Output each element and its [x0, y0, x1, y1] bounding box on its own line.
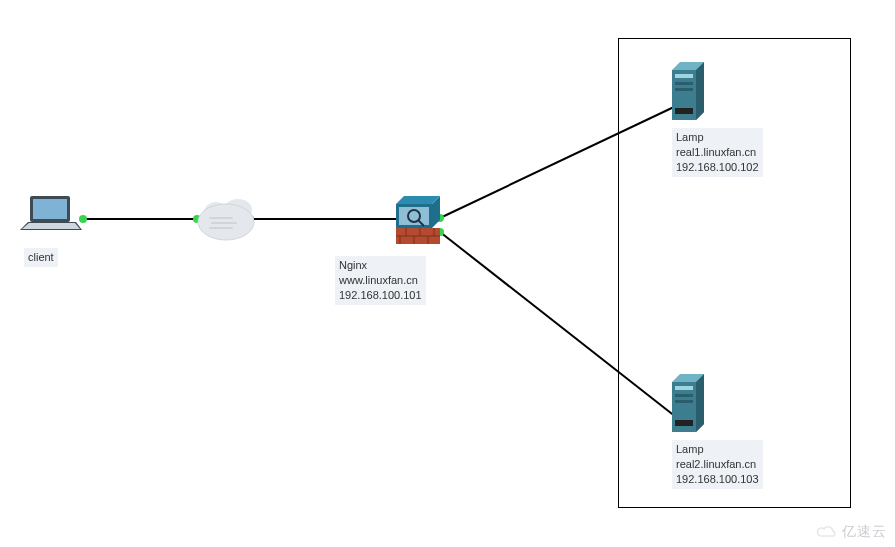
- svg-rect-34: [675, 420, 693, 426]
- link-nginx-lamp1: [440, 106, 676, 218]
- svg-marker-23: [696, 62, 704, 120]
- client-label: client: [24, 248, 58, 267]
- svg-marker-30: [696, 374, 704, 432]
- server-icon: [672, 62, 704, 120]
- lamp2-ip: 192.168.100.103: [676, 473, 759, 485]
- lamp1-ip: 192.168.100.102: [676, 161, 759, 173]
- svg-rect-31: [675, 386, 693, 390]
- firewall-icon: [396, 196, 440, 244]
- svg-rect-7: [33, 199, 67, 219]
- watermark-text: 亿速云: [842, 523, 887, 541]
- cloud-logo-icon: [816, 524, 838, 540]
- client-name: client: [28, 251, 54, 263]
- lamp2-name: Lamp: [676, 443, 704, 455]
- lamp1-hostname: real1.linuxfan.cn: [676, 146, 756, 158]
- lamp2-hostname: real2.linuxfan.cn: [676, 458, 756, 470]
- nginx-label: Nginx www.linuxfan.cn 192.168.100.101: [335, 256, 426, 305]
- svg-rect-25: [675, 82, 693, 85]
- lamp2-label: Lamp real2.linuxfan.cn 192.168.100.103: [672, 440, 763, 489]
- lamp1-name: Lamp: [676, 131, 704, 143]
- svg-rect-27: [675, 108, 693, 114]
- svg-rect-26: [675, 88, 693, 91]
- watermark: 亿速云: [816, 523, 887, 541]
- link-nginx-lamp2: [440, 232, 676, 417]
- nginx-ip: 192.168.100.101: [339, 289, 422, 301]
- svg-rect-33: [675, 400, 693, 403]
- lamp1-label: Lamp real1.linuxfan.cn 192.168.100.102: [672, 128, 763, 177]
- cloud-icon: [198, 199, 254, 240]
- laptop-icon: [20, 196, 82, 230]
- server-icon: [672, 374, 704, 432]
- diagram-canvas: client Nginx www.linuxfan.cn 192.168.100…: [0, 0, 895, 547]
- nginx-hostname: www.linuxfan.cn: [339, 274, 418, 286]
- svg-rect-32: [675, 394, 693, 397]
- port-dot: [79, 215, 87, 223]
- svg-rect-24: [675, 74, 693, 78]
- nginx-name: Nginx: [339, 259, 367, 271]
- svg-marker-5: [22, 223, 80, 229]
